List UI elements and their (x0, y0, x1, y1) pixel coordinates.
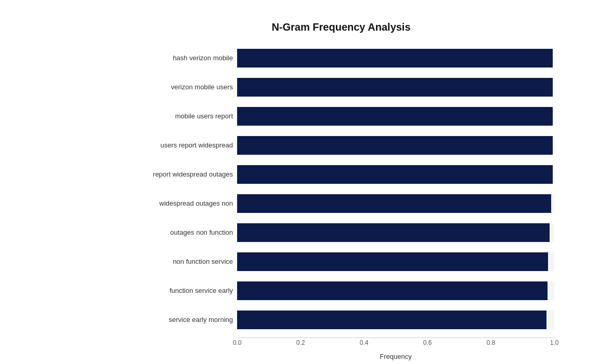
bar-fill (237, 281, 548, 300)
bar-row: hash verizon mobile (237, 46, 554, 70)
bar-track (237, 165, 554, 184)
x-tick: 1.0 (550, 339, 559, 346)
bar-row: outages non function (237, 221, 554, 245)
x-axis-label: Frequency (237, 353, 554, 360)
x-tick: 0.8 (487, 339, 496, 346)
bar-track (237, 136, 554, 155)
x-tick: 0.4 (360, 339, 369, 346)
x-tick: 0.2 (296, 339, 305, 346)
bar-row: non function service (237, 250, 554, 274)
bars-area: hash verizon mobileverizon mobile usersm… (237, 44, 554, 334)
bar-label: verizon mobile users (129, 83, 233, 91)
bar-fill (237, 49, 553, 68)
bar-fill (237, 223, 550, 242)
bar-fill (237, 136, 553, 155)
bar-track (237, 281, 554, 300)
bar-row: widespread outages non (237, 192, 554, 215)
bar-label: non function service (129, 258, 233, 265)
bar-label: service early morning (129, 316, 233, 323)
bar-fill (237, 252, 548, 271)
bar-label: outages non function (129, 228, 233, 236)
bar-row: users report widespread (237, 133, 554, 157)
x-axis: 0.00.20.40.60.81.0 Frequency (237, 338, 554, 360)
bar-track (237, 49, 554, 68)
x-tick: 0.0 (233, 339, 242, 346)
bar-row: service early morning (237, 308, 554, 332)
bar-label: mobile users report (129, 112, 233, 120)
x-tick: 0.6 (423, 339, 432, 346)
bar-label: function service early (129, 287, 233, 294)
bar-row: function service early (237, 279, 554, 303)
bar-track (237, 252, 554, 271)
bar-row: verizon mobile users (237, 75, 554, 99)
bar-label: hash verizon mobile (129, 54, 233, 62)
bar-fill (237, 311, 546, 329)
bar-track (237, 223, 554, 242)
bar-fill (237, 194, 551, 213)
bar-label: widespread outages non (129, 199, 233, 207)
chart-container: N-Gram Frequency Analysis hash verizon m… (14, 11, 585, 354)
bar-track (237, 311, 554, 329)
bar-label: users report widespread (129, 141, 233, 149)
bar-fill (237, 165, 553, 184)
bar-row: mobile users report (237, 104, 554, 128)
bar-fill (237, 107, 553, 126)
bar-fill (237, 78, 553, 97)
bar-track (237, 107, 554, 126)
bar-label: report widespread outages (129, 170, 233, 178)
bar-row: report widespread outages (237, 163, 554, 186)
bar-track (237, 194, 554, 213)
bar-track (237, 78, 554, 97)
chart-title: N-Gram Frequency Analysis (128, 21, 554, 33)
